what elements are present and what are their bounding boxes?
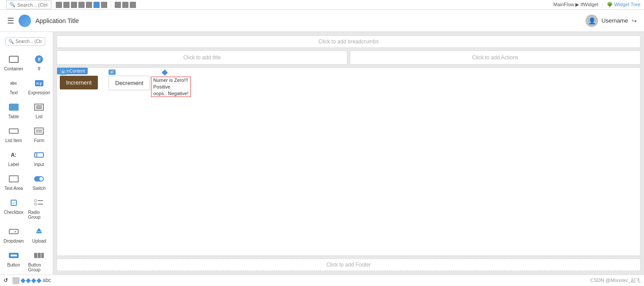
sidebar-search-box[interactable]: 🔍 [5, 37, 45, 46]
canvas-area: Click to add breadcrumbs Click to add ti… [53, 32, 644, 274]
sidebar-item-buttongroup[interactable]: Button Group [27, 247, 52, 274]
bottom-diamond-2[interactable] [26, 278, 31, 283]
header-left: ☰ Application Title [7, 15, 79, 27]
button-label: Button [7, 263, 20, 267]
increment-if-badge: IF [60, 70, 67, 75]
radiogroup-icon [33, 197, 45, 209]
container-icon [8, 54, 19, 65]
hamburger-icon[interactable]: ☰ [7, 16, 14, 26]
sidebar-item-label[interactable]: A: Label [2, 147, 26, 170]
topbar-icon-4[interactable] [78, 2, 85, 8]
sidebar-item-text[interactable]: abc Text [2, 75, 26, 98]
title-placeholder: Click to add title [183, 54, 221, 61]
header: ☰ Application Title 👤 Username ↪ [0, 10, 644, 32]
topbar-search[interactable]: 🔍 [6, 0, 51, 9]
sidebar-item-input[interactable]: ▋ Input [27, 147, 52, 170]
sidebar-item-upload[interactable]: Upload [27, 223, 52, 246]
avatar: 👤 [586, 15, 598, 27]
dropdown-label: Dropdown [4, 239, 24, 243]
if-icon: If [33, 54, 45, 65]
breadcrumb-bar[interactable]: Click to add breadcrumbs [57, 35, 640, 48]
diamond-handle-top[interactable] [163, 70, 167, 75]
page-content: MainContent IF Increment IF Decrement [57, 67, 640, 256]
list-label: List [36, 114, 43, 119]
topbar-icon-2[interactable] [63, 2, 70, 8]
table-icon [8, 101, 19, 113]
if-output-negative: oops.. Negative! [151, 90, 190, 97]
app-logo [19, 15, 31, 27]
logout-icon[interactable]: ↪ [632, 17, 637, 24]
upload-label: Upload [32, 239, 46, 243]
bottom-diamond-3[interactable] [31, 278, 36, 283]
table-label: Table [8, 114, 19, 119]
bottom-toolbar-left: ↺ abc [4, 277, 50, 284]
title-bar: Click to add title Click to add Actions [57, 50, 640, 65]
bottom-icon-1[interactable]: ↺ [4, 277, 11, 284]
sidebar-item-expression[interactable]: x.y Expression [27, 75, 52, 98]
topbar-icons-2 [115, 2, 136, 8]
decrement-if-badge: IF [109, 70, 116, 75]
topbar-icon-9[interactable] [122, 2, 128, 8]
sidebar-search-icon: 🔍 [8, 39, 14, 44]
bottom-diamond-4[interactable] [36, 278, 41, 283]
sidebar-item-form[interactable]: Form [27, 123, 52, 146]
topbar: 🔍 MainFlow ▶ IfWidget | 🌳 Widget Tree [0, 0, 644, 10]
increment-button[interactable]: Increment [60, 76, 98, 89]
listitem-label: List Item [5, 138, 22, 143]
sidebar-search-input[interactable] [16, 39, 42, 44]
bottom-diamond-1[interactable] [20, 278, 25, 283]
form-icon [33, 125, 45, 137]
search-input[interactable] [17, 2, 48, 8]
input-icon: ▋ [33, 149, 45, 161]
watermark: CSDN @Monster_起飞 [590, 277, 640, 284]
sidebar-item-list[interactable]: List [27, 99, 52, 122]
sidebar-item-table[interactable]: Table [2, 99, 26, 122]
topbar-icon-3[interactable] [71, 2, 77, 8]
topbar-icon-5[interactable] [86, 2, 92, 8]
if-label: If [38, 66, 41, 71]
text-label: Text [10, 90, 18, 95]
page-footer[interactable]: Click to add Footer [57, 259, 640, 271]
topbar-icon-8[interactable] [115, 2, 121, 8]
widget-grid: Container If If abc Text x.y Expression … [0, 49, 53, 274]
footer-placeholder: Click to add Footer [326, 262, 371, 268]
topbar-icon-10[interactable] [130, 2, 136, 8]
textarea-label: Text Area [4, 186, 23, 191]
listitem-icon [8, 125, 19, 137]
sidebar-item-checkbox[interactable]: ✓ Checkbox [2, 194, 26, 222]
topbar-right: MainFlow ▶ IfWidget | 🌳 Widget Tree [553, 2, 640, 8]
sidebar-item-listitem[interactable]: List Item [2, 123, 26, 146]
actions-placeholder: Click to add Actions [472, 54, 519, 61]
switch-icon [33, 173, 45, 185]
sidebar-item-dropdown[interactable]: ▼ Dropdown [2, 223, 26, 246]
expression-label: Expression [28, 90, 50, 95]
breadcrumb-placeholder: Click to add breadcrumbs [318, 39, 379, 45]
if-output-zero: Numer is Zero!!! [151, 77, 190, 84]
widget-tree-link[interactable]: 🌳 Widget Tree [607, 2, 640, 8]
sidebar-item-if[interactable]: If If [27, 51, 52, 74]
bottom-toolbar: ↺ abc CSDN @Monster_起飞 [0, 274, 644, 286]
bottom-icon-text[interactable]: abc [43, 277, 50, 284]
list-icon [33, 101, 45, 113]
button-icon [8, 250, 19, 261]
bottom-icon-2[interactable] [12, 277, 19, 284]
topbar-icons [56, 2, 107, 8]
topbar-icon-7[interactable] [101, 2, 107, 8]
container-label: Container [4, 66, 23, 71]
decrement-button[interactable]: Decrement [109, 76, 150, 90]
actions-area[interactable]: Click to add Actions [350, 50, 640, 65]
breadcrumb-path: MainFlow ▶ IfWidget [553, 2, 598, 8]
topbar-icon-1[interactable] [56, 2, 62, 8]
sidebar-item-button[interactable]: Button [2, 247, 26, 274]
sidebar-item-container[interactable]: Container [2, 51, 26, 74]
sidebar-item-radiogroup[interactable]: Radio Group [27, 194, 52, 222]
title-area[interactable]: Click to add title [57, 50, 347, 65]
sidebar-item-textarea[interactable]: Text Area [2, 170, 26, 193]
main-layout: 🔍 Container If If abc Text x.y Expressio… [0, 32, 644, 274]
checkbox-label: Checkbox [4, 210, 23, 215]
search-icon: 🔍 [9, 2, 16, 8]
dropdown-icon: ▼ [8, 226, 19, 237]
if-output-box: Numer is Zero!!! Positive oops.. Negativ… [151, 77, 191, 97]
topbar-icon-6[interactable] [93, 2, 100, 8]
sidebar-item-switch[interactable]: Switch [27, 170, 52, 193]
